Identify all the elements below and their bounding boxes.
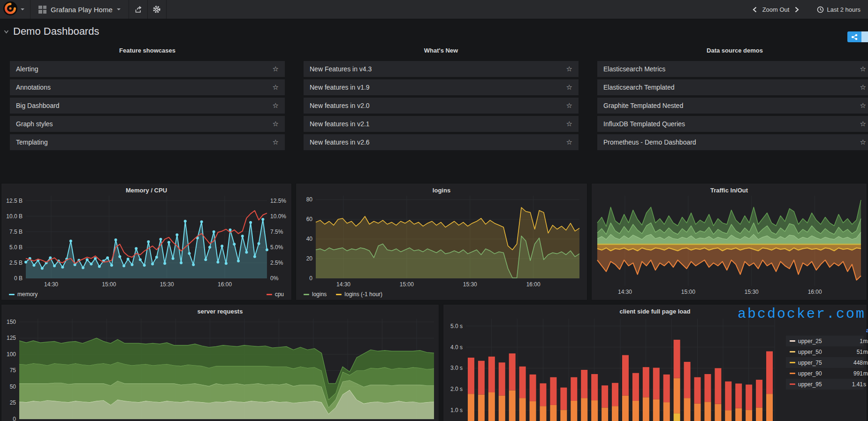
dashboard-picker[interactable]: Grafana Play Home <box>30 0 129 19</box>
legend-item[interactable]: memory <box>9 291 38 298</box>
star-icon[interactable]: ☆ <box>273 120 279 128</box>
share-dashboard-button[interactable] <box>129 0 148 19</box>
svg-text:12.5%: 12.5% <box>270 198 286 204</box>
dashboard-title: Grafana Play Home <box>51 6 113 14</box>
dashboard-link-row[interactable]: Elasticsearch Metrics☆ <box>597 61 868 77</box>
star-icon[interactable]: ☆ <box>566 138 572 146</box>
dashboard-link-label: Big Dashboard <box>16 102 60 109</box>
svg-text:1.0 s: 1.0 s <box>450 407 463 413</box>
svg-text:7.5%: 7.5% <box>270 229 283 235</box>
legend-color-swatch <box>9 294 15 295</box>
panel-traffic-in-out: Traffic In/Out 14:3015:0015:3016:00 <box>591 183 867 300</box>
star-icon[interactable]: ☆ <box>860 120 866 128</box>
list-title: Feature showcases <box>10 47 285 61</box>
legend-item[interactable]: logins <box>304 291 327 298</box>
time-range-picker[interactable]: Last 2 hours <box>817 6 860 13</box>
dashboard-link-row[interactable]: New features in v2.0☆ <box>304 98 579 114</box>
dashboard-settings-button[interactable] <box>148 0 167 19</box>
dashboard-link-row[interactable]: New Features in v4.3☆ <box>304 61 579 77</box>
chart-plot[interactable]: 14:3015:0015:3016:000 B0%2.5 B2.5%5.0 B5… <box>1 184 291 300</box>
star-icon[interactable]: ☆ <box>566 83 572 92</box>
dashboard-link-row[interactable]: Graph styles☆ <box>10 116 285 132</box>
svg-text:15:30: 15:30 <box>745 289 759 295</box>
chart-plot[interactable]: 0255075100125150 <box>1 305 439 421</box>
legend-label: upper_95 <box>798 381 822 388</box>
dashboard-link-row[interactable]: Annotations☆ <box>10 79 285 95</box>
svg-text:12.5 B: 12.5 B <box>6 198 23 204</box>
legend-value: 1ms <box>860 338 863 344</box>
star-icon[interactable]: ☆ <box>273 83 279 92</box>
legend-item[interactable]: upper_90991ms <box>786 368 864 379</box>
svg-text:125: 125 <box>7 335 16 341</box>
legend-label: logins <box>312 291 327 298</box>
svg-text:75: 75 <box>10 367 16 374</box>
svg-text:15:30: 15:30 <box>160 281 174 288</box>
time-shift-forward-button[interactable] <box>795 7 799 13</box>
dashboard-link-row[interactable]: New features in v1.9☆ <box>304 79 579 95</box>
dashboard-link-row[interactable]: Graphite Templated Nested☆ <box>597 98 868 114</box>
panel-title[interactable]: Traffic In/Out <box>592 184 867 194</box>
dashboard-link-row[interactable]: Prometheus - Demo Dashboard☆ <box>597 134 868 150</box>
dashboard-link-label: Elasticsearch Metrics <box>603 65 665 73</box>
svg-text:20: 20 <box>306 255 313 262</box>
star-icon[interactable]: ☆ <box>860 65 866 73</box>
svg-text:100: 100 <box>7 351 16 358</box>
star-icon[interactable]: ☆ <box>566 101 572 110</box>
chart-plot[interactable]: 14:3015:0015:3016:00020406080 <box>296 184 587 300</box>
legend-color-swatch <box>790 362 795 363</box>
dashboard-lists: Feature showcases Alerting☆Annotations☆B… <box>10 47 868 153</box>
time-shift-back-button[interactable] <box>753 7 757 13</box>
dashboard-link-label: New features in v2.0 <box>310 102 370 109</box>
dashboard-link-label: New features in v1.9 <box>310 84 370 91</box>
legend-label: upper_90 <box>798 370 822 377</box>
svg-text:80: 80 <box>306 196 313 203</box>
legend-color-swatch <box>790 340 795 342</box>
dashboard-link-row[interactable]: InfluxDB Templated Queries☆ <box>597 116 868 132</box>
star-icon[interactable]: ☆ <box>860 101 866 110</box>
legend-item[interactable]: upper_75448ms <box>786 357 864 368</box>
zoom-out-button[interactable]: Zoom Out <box>762 6 790 13</box>
svg-text:0: 0 <box>13 416 16 421</box>
legend-item[interactable]: upper_951.41s <box>786 379 864 390</box>
dashboard-link-label: Graphite Templated Nested <box>603 102 683 109</box>
star-icon[interactable]: ☆ <box>860 83 866 92</box>
panel-title[interactable]: Memory / CPU <box>1 184 291 194</box>
legend-item[interactable]: upper_5051ms <box>786 346 864 357</box>
dashboard-link-row[interactable]: Alerting☆ <box>10 61 285 77</box>
gear-icon <box>152 5 161 14</box>
star-icon[interactable]: ☆ <box>273 65 279 73</box>
panel-logins: logins 14:3015:0015:3016:00020406080 log… <box>296 183 587 300</box>
dashboard-link-label: New features in v2.1 <box>310 120 370 128</box>
panel-title[interactable]: server requests <box>1 305 439 315</box>
row-title[interactable]: Demo Dashboards <box>4 25 99 38</box>
legend-label: upper_50 <box>798 349 822 355</box>
panel-title[interactable]: logins <box>296 184 587 194</box>
legend-label: memory <box>17 291 38 298</box>
star-icon[interactable]: ☆ <box>566 120 572 128</box>
dashboard-link-row[interactable]: Big Dashboard☆ <box>10 98 285 114</box>
dashboard-link-label: Graph styles <box>16 120 53 128</box>
collapse-chevron-icon <box>4 30 9 34</box>
star-icon[interactable]: ☆ <box>860 138 866 146</box>
star-icon[interactable]: ☆ <box>273 101 279 110</box>
dashboard-link-row[interactable]: New features in v2.6☆ <box>304 134 579 150</box>
zoom-out-label: Zoom Out <box>762 6 790 13</box>
legend-item[interactable]: upper_251ms <box>786 336 864 346</box>
dashboard-link-row[interactable]: Templating☆ <box>10 134 285 150</box>
star-icon[interactable]: ☆ <box>566 65 572 73</box>
dashboard-link-row[interactable]: Elasticsearch Templated☆ <box>597 79 868 95</box>
legend-item[interactable]: logins (-1 hour) <box>336 291 382 298</box>
grafana-logo-menu[interactable] <box>0 0 30 19</box>
svg-text:16:00: 16:00 <box>526 281 541 288</box>
dashboard-list-data-source-demos: Data source demos Elasticsearch Metrics☆… <box>597 47 868 153</box>
chart-plot[interactable]: 14:3015:0015:3016:00 <box>592 184 867 300</box>
floating-share-widget[interactable] <box>847 31 868 42</box>
svg-text:0: 0 <box>309 275 312 282</box>
dashboard-link-label: New Features in v4.3 <box>310 65 372 73</box>
dashboard-link-label: Elasticsearch Templated <box>603 84 674 91</box>
legend-item[interactable]: cpu <box>266 291 284 298</box>
legend-avg-header[interactable]: avg <box>786 327 864 336</box>
dashboard-link-row[interactable]: New features in v2.1☆ <box>304 116 579 132</box>
svg-text:50: 50 <box>10 383 16 390</box>
star-icon[interactable]: ☆ <box>273 138 279 146</box>
